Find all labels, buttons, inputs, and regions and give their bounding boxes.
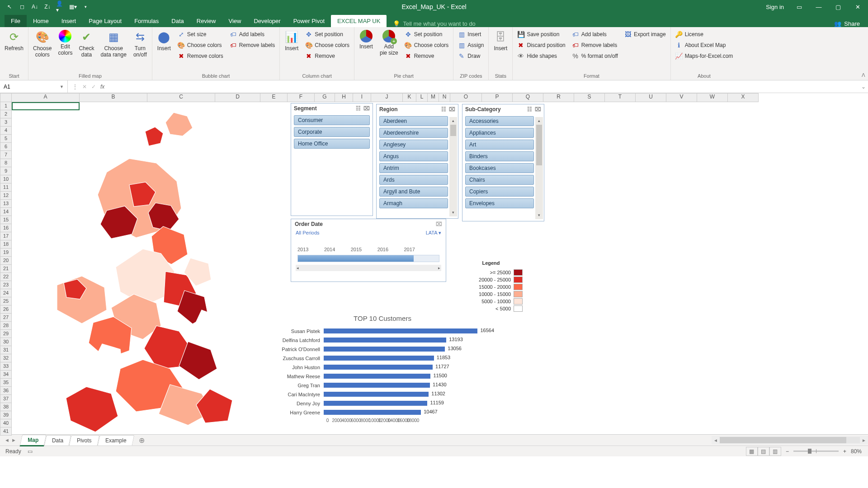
slicer-item[interactable]: Antrim — [379, 163, 448, 173]
website-button[interactable]: 📈Maps-for-Excel.com — [674, 52, 735, 61]
zip-draw-button[interactable]: ✎Draw — [456, 52, 486, 61]
row-header[interactable]: 14 — [0, 208, 12, 216]
multiselect-icon[interactable]: ☷ — [441, 106, 446, 113]
row-header[interactable]: 11 — [0, 183, 12, 192]
row-header[interactable]: 40 — [0, 419, 12, 427]
bubble-set-size-button[interactable]: ⤢Set size — [176, 30, 225, 39]
column-header[interactable]: U — [636, 93, 666, 102]
tell-me-search[interactable]: 💡 Tell me what you want to do — [387, 20, 475, 27]
tab-formulas[interactable]: Formulas — [128, 15, 165, 27]
row-header[interactable]: 28 — [0, 322, 12, 330]
sort-desc-icon[interactable]: Z↓ — [43, 3, 52, 11]
column-header[interactable]: H — [335, 93, 353, 102]
sheet-nav-prev-icon[interactable]: ◄ — [5, 437, 9, 443]
refresh-button[interactable]: ⟳ Refresh — [3, 29, 25, 53]
ribbon-display-icon[interactable]: ▭ — [795, 3, 803, 11]
sheet-tab-map[interactable]: Map — [19, 435, 47, 446]
stats-insert-button[interactable]: 🗄Insert — [491, 29, 509, 53]
sort-asc-icon[interactable]: A↓ — [31, 3, 39, 11]
column-header[interactable]: J — [371, 93, 403, 102]
column-header[interactable]: X — [728, 93, 759, 102]
cancel-formula-icon[interactable]: ✕ — [82, 84, 87, 90]
name-box[interactable]: A1 ▼ — [0, 80, 68, 93]
pie-insert-button[interactable]: Insert — [357, 29, 375, 51]
slicer-item[interactable]: Binders — [465, 151, 534, 161]
column-header[interactable]: P — [482, 93, 513, 102]
clear-filter-icon[interactable]: ⌧ — [449, 106, 455, 113]
row-header[interactable]: 18 — [0, 240, 12, 249]
fx-icon[interactable]: fx — [100, 84, 109, 90]
user-icon[interactable]: 👤▾ — [56, 3, 64, 11]
slicer-item[interactable]: Aberdeenshire — [379, 128, 448, 138]
tab-review[interactable]: Review — [190, 15, 222, 27]
row-header[interactable]: 36 — [0, 387, 12, 395]
column-header[interactable]: O — [450, 93, 482, 102]
column-header[interactable]: M — [428, 93, 439, 102]
column-header[interactable]: R — [543, 93, 574, 102]
dropdown-icon[interactable]: ⋮ — [72, 84, 78, 90]
pie-set-position-button[interactable]: ✥Set position — [403, 30, 451, 39]
collapse-ribbon-icon[interactable]: ᐱ — [862, 72, 865, 78]
column-header[interactable]: B — [80, 93, 147, 102]
zip-insert-button[interactable]: ▥Insert — [456, 30, 486, 39]
slicer-item[interactable]: Anglesey — [379, 140, 448, 150]
column-header[interactable]: V — [666, 93, 697, 102]
row-header[interactable]: 13 — [0, 200, 12, 208]
row-header[interactable]: 7 — [0, 151, 12, 159]
column-header[interactable]: K — [403, 93, 416, 102]
bubble-remove-colors-button[interactable]: ✖Remove colors — [176, 52, 225, 61]
slicer-item[interactable]: Bookcases — [465, 163, 534, 173]
horizontal-scrollbar[interactable]: ◄► — [712, 436, 868, 444]
row-header[interactable]: 27 — [0, 314, 12, 322]
sheet-tab-example[interactable]: Example — [97, 435, 134, 446]
slicer-scrollbar[interactable]: ▴▾ — [449, 117, 457, 216]
row-header[interactable]: 10 — [0, 175, 12, 183]
touch-mode-icon[interactable]: ◻ — [18, 3, 26, 11]
percent-format-button[interactable]: %% format on/off — [570, 52, 620, 61]
row-header[interactable]: 38 — [0, 403, 12, 411]
tab-excel-map-uk[interactable]: EXCEL MAP UK — [331, 15, 387, 27]
row-header[interactable]: 8 — [0, 159, 12, 167]
zoom-in-button[interactable]: + — [843, 448, 846, 455]
bubble-insert-button[interactable]: ⬤Insert — [155, 29, 173, 53]
qat-customize-icon[interactable]: ▾ — [81, 3, 90, 11]
clear-filter-icon[interactable]: ⌧ — [535, 106, 541, 113]
column-header[interactable]: W — [697, 93, 728, 102]
row-header[interactable]: 35 — [0, 379, 12, 387]
row-header[interactable]: 3 — [0, 118, 12, 127]
maximize-icon[interactable]: ▢ — [834, 3, 842, 11]
enter-formula-icon[interactable]: ✓ — [91, 84, 96, 90]
check-data-button[interactable]: ✔Check data — [77, 29, 96, 59]
close-icon[interactable]: ✕ — [854, 3, 862, 11]
column-header[interactable]: I — [353, 93, 371, 102]
sheet-nav-next-icon[interactable]: ► — [11, 437, 16, 443]
tab-file[interactable]: File — [5, 15, 27, 27]
multiselect-icon[interactable]: ☷ — [527, 106, 532, 113]
bubble-choose-colors-button[interactable]: 🎨Choose colors — [176, 41, 225, 50]
row-header[interactable]: 29 — [0, 330, 12, 338]
row-header[interactable]: 6 — [0, 143, 12, 151]
slicer-item[interactable]: Corporate — [294, 127, 370, 137]
slicer-item[interactable]: Envelopes — [465, 198, 534, 208]
slicer-item[interactable]: Consumer — [294, 115, 370, 125]
slicer-item[interactable]: Copiers — [465, 187, 534, 197]
bubble-remove-labels-button[interactable]: 🏷Remove labels — [228, 41, 277, 50]
cells-area[interactable]: Segment ☷⌧ ConsumerCorporateHome Office … — [12, 102, 868, 434]
bubble-add-labels-button[interactable]: 🏷Add labels — [228, 30, 277, 39]
pivot-icon[interactable]: ▦▾ — [69, 3, 77, 11]
zip-assign-button[interactable]: ▥Assign — [456, 41, 486, 50]
column-remove-button[interactable]: ✖Remove — [303, 52, 351, 61]
timeline-scrollbar[interactable]: ◂▸ — [296, 265, 441, 271]
turn-on-off-button[interactable]: ⇆Turn on/off — [131, 29, 149, 59]
slicer-item[interactable]: Angus — [379, 151, 448, 161]
row-header[interactable]: 2 — [0, 110, 12, 118]
row-header[interactable]: 4 — [0, 127, 12, 135]
sheet-tab-data[interactable]: Data — [44, 435, 71, 446]
column-header[interactable]: F — [288, 93, 315, 102]
row-header[interactable]: 15 — [0, 216, 12, 224]
hide-shapes-button[interactable]: 👁Hide shapes — [515, 52, 567, 61]
tab-developer[interactable]: Developer — [247, 15, 287, 27]
slicer-item[interactable]: Art — [465, 140, 534, 150]
row-header[interactable]: 41 — [0, 427, 12, 436]
row-header[interactable]: 34 — [0, 371, 12, 379]
